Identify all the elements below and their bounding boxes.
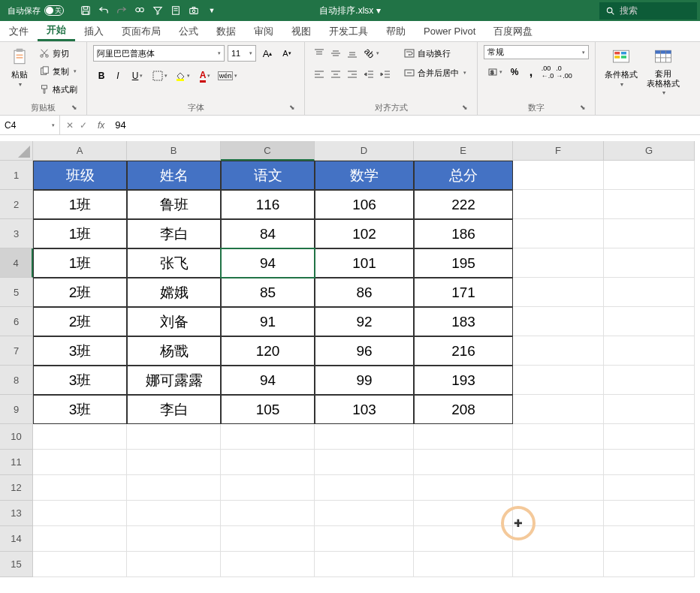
cell-E3[interactable]: 186	[414, 219, 513, 248]
decrease-indent-icon[interactable]	[361, 66, 377, 83]
cell-D8[interactable]: 99	[315, 366, 414, 395]
cell-F14[interactable]	[513, 526, 604, 552]
format-painter-button[interactable]: 格式刷	[36, 81, 80, 98]
cell-G4[interactable]	[604, 248, 695, 278]
cell-C14[interactable]	[221, 526, 315, 552]
cell-G9[interactable]	[604, 395, 695, 424]
cell-B2[interactable]: 鲁班	[127, 190, 221, 219]
tab-文件[interactable]: 文件	[0, 21, 38, 41]
tab-公式[interactable]: 公式	[170, 21, 207, 41]
italic-button[interactable]: I	[110, 68, 126, 84]
row-header-7[interactable]: 7	[0, 336, 33, 366]
cell-G14[interactable]	[604, 526, 695, 552]
cell-F1[interactable]	[513, 161, 604, 190]
cell-C6[interactable]: 91	[221, 307, 315, 336]
col-header-G[interactable]: G	[604, 141, 695, 161]
row-header-5[interactable]: 5	[0, 278, 33, 307]
cell-A2[interactable]: 1班	[33, 190, 127, 219]
decrease-decimal-icon[interactable]: .0→.00	[556, 64, 572, 80]
qat-icon[interactable]	[131, 2, 148, 19]
row-header-11[interactable]: 11	[0, 450, 33, 475]
form-icon[interactable]	[167, 2, 184, 19]
qat-dropdown-icon[interactable]: ▼	[204, 2, 220, 19]
undo-icon[interactable]	[95, 2, 112, 19]
cell-G1[interactable]	[604, 161, 695, 190]
cell-A10[interactable]	[33, 424, 127, 450]
cell-E15[interactable]	[414, 552, 513, 577]
select-all-corner[interactable]	[0, 141, 33, 161]
cell-D6[interactable]: 92	[315, 307, 414, 336]
cancel-icon[interactable]: ✕	[66, 120, 74, 131]
increase-font-icon[interactable]: A▴	[259, 45, 276, 62]
cell-E13[interactable]	[414, 501, 513, 526]
cell-C7[interactable]: 120	[221, 336, 315, 366]
col-header-F[interactable]: F	[513, 141, 604, 161]
tab-审阅[interactable]: 审阅	[245, 21, 282, 41]
align-middle-icon[interactable]	[327, 45, 344, 62]
cell-D2[interactable]: 106	[315, 190, 414, 219]
cell-E5[interactable]: 171	[414, 278, 513, 307]
border-button[interactable]: ▾	[149, 68, 171, 84]
cell-B10[interactable]	[127, 424, 221, 450]
cell-G11[interactable]	[604, 450, 695, 475]
row-header-14[interactable]: 14	[0, 526, 33, 552]
cell-F15[interactable]	[513, 552, 604, 577]
cell-A9[interactable]: 3班	[33, 395, 127, 424]
tab-视图[interactable]: 视图	[282, 21, 320, 41]
cell-F10[interactable]	[513, 424, 604, 450]
tab-页面布局[interactable]: 页面布局	[113, 21, 170, 41]
cell-D13[interactable]	[315, 501, 414, 526]
font-size-combo[interactable]: 11▾	[228, 45, 256, 62]
number-launcher[interactable]: ⬊	[578, 103, 587, 112]
font-name-combo[interactable]: 阿里巴巴普惠体▾	[93, 45, 225, 62]
cell-A8[interactable]: 3班	[33, 366, 127, 395]
cell-G8[interactable]	[604, 366, 695, 395]
cell-C8[interactable]: 94	[221, 366, 315, 395]
number-format-combo[interactable]: 常规▾	[484, 45, 589, 59]
cell-C1[interactable]: 语文	[221, 161, 315, 190]
autosave-toggle[interactable]: 自动保存 关	[0, 5, 71, 17]
cell-E12[interactable]	[414, 475, 513, 501]
underline-button[interactable]: U▾	[126, 68, 149, 84]
cell-E8[interactable]: 193	[414, 366, 513, 395]
cell-E9[interactable]: 208	[414, 395, 513, 424]
cut-button[interactable]: 剪切	[36, 45, 80, 62]
align-center-icon[interactable]	[327, 66, 344, 83]
filename[interactable]: 自动排序.xlsx ▾	[319, 5, 380, 17]
cell-A15[interactable]	[33, 552, 127, 577]
cell-G13[interactable]	[604, 501, 695, 526]
cell-F2[interactable]	[513, 190, 604, 219]
cell-B1[interactable]: 姓名	[127, 161, 221, 190]
cell-E7[interactable]: 216	[414, 336, 513, 366]
cell-D14[interactable]	[315, 526, 414, 552]
cell-F4[interactable]	[513, 248, 604, 278]
percent-icon[interactable]: %	[506, 64, 523, 80]
cell-G5[interactable]	[604, 278, 695, 307]
cell-F9[interactable]	[513, 395, 604, 424]
camera-icon[interactable]	[186, 2, 202, 19]
cell-B14[interactable]	[127, 526, 221, 552]
cell-A7[interactable]: 3班	[33, 336, 127, 366]
cell-C13[interactable]	[221, 501, 315, 526]
cell-A14[interactable]	[33, 526, 127, 552]
cell-B4[interactable]: 张飞	[127, 248, 221, 278]
align-left-icon[interactable]	[311, 66, 327, 83]
cell-E4[interactable]: 195	[414, 248, 513, 278]
col-header-E[interactable]: E	[414, 141, 513, 161]
paste-button[interactable]: 粘贴 ▼	[6, 45, 33, 89]
redo-icon[interactable]	[113, 2, 130, 19]
cell-C11[interactable]	[221, 450, 315, 475]
cell-E11[interactable]	[414, 450, 513, 475]
cell-C4[interactable]: 94	[221, 248, 315, 278]
cell-C5[interactable]: 85	[221, 278, 315, 307]
cell-E6[interactable]: 183	[414, 307, 513, 336]
cell-E2[interactable]: 222	[414, 190, 513, 219]
cell-C9[interactable]: 105	[221, 395, 315, 424]
cell-G3[interactable]	[604, 219, 695, 248]
cell-A6[interactable]: 2班	[33, 307, 127, 336]
cell-D10[interactable]	[315, 424, 414, 450]
filter-icon[interactable]	[149, 2, 166, 19]
formula-input[interactable]: 94	[109, 119, 700, 131]
toggle-switch[interactable]: 关	[44, 5, 64, 16]
row-header-1[interactable]: 1	[0, 161, 33, 190]
